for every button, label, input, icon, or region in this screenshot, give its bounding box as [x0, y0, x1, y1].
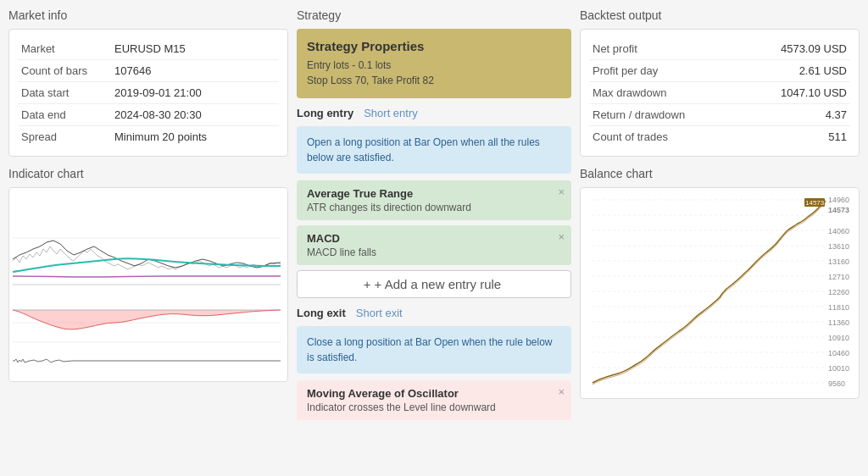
svg-text:13610: 13610: [828, 242, 849, 251]
strategy-entry-lots: Entry lots - 0.1 lots: [307, 58, 561, 73]
market-table-row: MarketEURUSD M15: [18, 38, 279, 60]
long-exit-description: Close a long position at Bar Open when t…: [297, 326, 571, 374]
strategy-section: Strategy Strategy Properties Entry lots …: [297, 8, 571, 425]
backtest-row-label: Return / drawdown: [589, 104, 740, 126]
backtest-box: Net profit4573.09 USDProfit per day2.61 …: [580, 29, 860, 157]
mao-rule-name: Moving Average of Oscillator: [307, 387, 561, 400]
market-row-value: 2024-08-30 20:30: [111, 104, 279, 126]
market-info-section: Market info MarketEURUSD M15Count of bar…: [8, 8, 288, 157]
backtest-row-value: 511: [740, 126, 850, 148]
mao-rule-detail: Indicator crosses the Level line downwar…: [307, 401, 561, 413]
strategy-properties-card: Strategy Properties Entry lots - 0.1 lot…: [297, 29, 571, 98]
add-entry-rule-label: + Add a new entry rule: [375, 277, 502, 291]
indicator-chart-svg: [13, 191, 281, 379]
long-entry-tab[interactable]: Long entry: [297, 107, 353, 119]
backtest-section: Backtest output Net profit4573.09 USDPro…: [580, 8, 860, 157]
backtest-table: Net profit4573.09 USDProfit per day2.61 …: [589, 38, 850, 147]
svg-text:14573: 14573: [805, 199, 825, 207]
market-table-row: SpreadMinimum 20 points: [18, 126, 279, 148]
market-row-label: Market: [18, 38, 111, 60]
market-row-value: 2019-09-01 21:00: [111, 82, 279, 104]
svg-text:10460: 10460: [828, 349, 849, 357]
balance-chart-svg: 14960 14573 14060 13610 13160 12710 1226…: [584, 191, 855, 396]
svg-text:11810: 11810: [828, 303, 849, 312]
exit-tabs: Long exit Short exit: [297, 307, 571, 319]
market-row-label: Count of bars: [18, 60, 111, 82]
entry-tabs: Long entry Short entry: [297, 107, 571, 119]
backtest-table-row: Max drawdown1047.10 USD: [589, 82, 850, 104]
svg-rect-7: [584, 191, 855, 396]
long-entry-description: Open a long position at Bar Open when al…: [297, 126, 571, 174]
market-info-box: MarketEURUSD M15Count of bars107646Data …: [8, 29, 288, 157]
backtest-row-label: Net profit: [589, 38, 740, 60]
add-rule-plus-icon: +: [364, 277, 371, 291]
svg-rect-0: [13, 191, 281, 379]
backtest-row-value: 1047.10 USD: [740, 82, 850, 104]
indicator-chart-title: Indicator chart: [8, 167, 288, 180]
backtest-table-row: Profit per day2.61 USD: [589, 60, 850, 82]
balance-chart-box: 14960 14573 14060 13610 13160 12710 1226…: [580, 187, 860, 399]
indicator-chart-section: Indicator chart: [8, 167, 288, 382]
balance-chart-title: Balance chart: [580, 167, 860, 180]
market-table-row: Count of bars107646: [18, 60, 279, 82]
svg-text:14060: 14060: [828, 227, 849, 235]
strategy-properties-heading: Strategy Properties: [307, 39, 561, 53]
backtest-table-row: Net profit4573.09 USD: [589, 38, 850, 60]
atr-rule-card: × Average True Range ATR changes its dir…: [297, 180, 571, 220]
backtest-row-label: Count of trades: [589, 126, 740, 148]
market-row-value: EURUSD M15: [111, 38, 279, 60]
svg-text:14573: 14573: [828, 206, 849, 214]
market-row-label: Spread: [18, 126, 111, 148]
backtest-row-label: Max drawdown: [589, 82, 740, 104]
market-row-value: Minimum 20 points: [111, 126, 279, 148]
balance-chart-section: Balance chart: [580, 167, 860, 399]
svg-text:14960: 14960: [828, 196, 849, 204]
atr-rule-name: Average True Range: [307, 187, 561, 200]
svg-text:12260: 12260: [828, 288, 849, 296]
atr-rule-detail: ATR changes its direction downward: [307, 202, 561, 213]
long-exit-tab[interactable]: Long exit: [297, 307, 346, 319]
macd-rule-close[interactable]: ×: [558, 230, 565, 243]
backtest-row-label: Profit per day: [589, 60, 740, 82]
macd-rule-name: MACD: [307, 232, 561, 245]
mao-rule-close[interactable]: ×: [558, 385, 565, 398]
macd-rule-card: × MACD MACD line falls: [297, 225, 571, 265]
market-table-row: Data end2024-08-30 20:30: [18, 104, 279, 126]
short-exit-tab[interactable]: Short exit: [356, 307, 403, 319]
market-row-label: Data start: [18, 82, 111, 104]
svg-text:10910: 10910: [828, 334, 849, 342]
backtest-row-value: 4573.09 USD: [740, 38, 850, 60]
indicator-chart-box: [8, 187, 288, 382]
svg-text:11360: 11360: [828, 318, 849, 327]
add-entry-rule-button[interactable]: + + Add a new entry rule: [297, 270, 571, 298]
atr-rule-close[interactable]: ×: [558, 185, 565, 198]
macd-rule-detail: MACD line falls: [307, 246, 561, 258]
backtest-title: Backtest output: [580, 8, 860, 22]
strategy-sl-tp: Stop Loss 70, Take Profit 82: [307, 73, 561, 88]
market-table: MarketEURUSD M15Count of bars107646Data …: [18, 38, 279, 147]
svg-text:12710: 12710: [828, 273, 849, 281]
market-row-value: 107646: [111, 60, 279, 82]
svg-text:10010: 10010: [828, 364, 849, 373]
svg-text:13160: 13160: [828, 257, 849, 266]
backtest-table-row: Count of trades511: [589, 126, 850, 148]
backtest-row-value: 2.61 USD: [740, 60, 850, 82]
market-info-title: Market info: [8, 8, 288, 22]
short-entry-tab[interactable]: Short entry: [364, 107, 418, 119]
svg-text:9560: 9560: [828, 379, 845, 388]
backtest-table-row: Return / drawdown4.37: [589, 104, 850, 126]
market-row-label: Data end: [18, 104, 111, 126]
backtest-row-value: 4.37: [740, 104, 850, 126]
mao-exit-rule-card: × Moving Average of Oscillator Indicator…: [297, 380, 571, 420]
market-table-row: Data start2019-09-01 21:00: [18, 82, 279, 104]
strategy-title: Strategy: [297, 8, 571, 22]
